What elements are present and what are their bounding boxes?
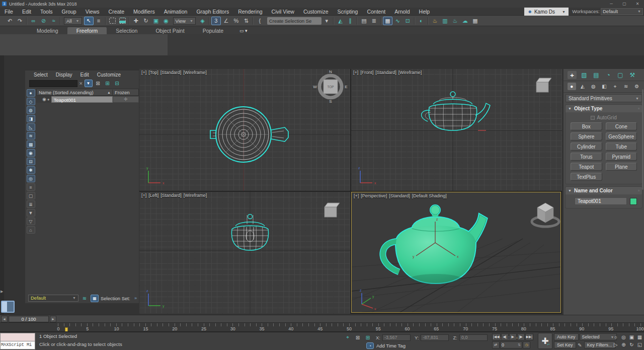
selection-filter-dropdown[interactable]: All▼ <box>64 17 82 25</box>
mirror-icon[interactable]: ◭ <box>336 17 345 25</box>
menu-item[interactable]: Views <box>81 8 104 16</box>
viewport-menu-shading[interactable]: [Wireframe] <box>398 70 422 75</box>
command-panel-scrollbar[interactable] <box>642 89 643 190</box>
primitive-button[interactable]: GeoSphere <box>606 132 637 141</box>
time-slider-handle[interactable]: 0 / 100 <box>9 316 49 322</box>
expand-all-icon[interactable]: ≡ <box>27 183 35 191</box>
display-bones-icon[interactable]: ◉ <box>27 149 35 157</box>
window-crossing-icon[interactable] <box>119 18 126 24</box>
menu-item[interactable]: Graph Editors <box>192 8 233 16</box>
menu-item[interactable]: Content <box>362 8 390 16</box>
viewport-menu-renderer[interactable]: [Standard] <box>160 193 182 198</box>
object-type-rollout-header[interactable]: ▼ Object Type ▫ <box>566 105 642 112</box>
menu-item[interactable]: Edit <box>18 8 36 16</box>
display-containers-icon[interactable]: ⊟ <box>27 158 35 165</box>
tab-hierarchy-icon[interactable]: ▤ <box>592 71 601 79</box>
next-frame-button[interactable]: |▶ <box>517 333 525 340</box>
filter-funnel-icon[interactable]: ▼ <box>85 80 93 87</box>
previous-frame-button[interactable]: ◀| <box>501 333 509 340</box>
bind-to-space-warp-icon[interactable]: ≈ <box>49 17 58 25</box>
orbit-icon[interactable]: ↻ <box>628 341 635 348</box>
previous-frame-button[interactable]: ◂ <box>1 316 8 322</box>
sync-selection-icon[interactable]: ▢ <box>27 192 35 199</box>
field-of-view-icon[interactable]: ▷ <box>612 341 619 348</box>
use-pivot-point-icon[interactable]: ◈ <box>198 17 207 25</box>
named-selection-set-field[interactable]: Create Selection Se <box>267 17 321 25</box>
menu-item[interactable]: Civil View <box>267 8 299 16</box>
category-systems-icon[interactable]: ⚙ <box>632 83 641 90</box>
viewport-layout-tab-icon[interactable] <box>1 301 15 313</box>
advanced-filter-icon[interactable]: ▽ <box>27 218 35 225</box>
redo-icon[interactable]: ↷ <box>15 17 25 25</box>
display-space-warps-icon[interactable]: ≋ <box>27 132 35 139</box>
flyout-arrow-icon[interactable]: ▾ <box>322 17 332 25</box>
next-frame-button[interactable]: ▸ <box>50 316 56 322</box>
explorer-search-input[interactable] <box>29 80 77 87</box>
clear-search-icon[interactable]: ✕ <box>79 81 83 86</box>
maximize-viewport-toggle-icon[interactable]: ◱ <box>636 341 643 348</box>
viewport-menu-shading[interactable]: [Wireframe] <box>184 193 207 198</box>
object-name-input[interactable]: Teapot001 <box>575 197 627 205</box>
maxscript-macro-field[interactable] <box>0 333 35 341</box>
primitive-button[interactable]: Teapot <box>571 163 602 171</box>
rectangular-selection-region-icon[interactable] <box>109 18 116 24</box>
perspective-canvas[interactable]: z x y z x y <box>352 192 560 312</box>
unlink-selection-icon[interactable]: ⊘ <box>39 17 48 25</box>
viewport-menu-shading[interactable]: [Wireframe] <box>183 70 207 75</box>
select-and-link-icon[interactable]: ∞ <box>29 17 38 25</box>
pan-icon[interactable]: ⊕ <box>620 341 627 348</box>
primitive-button[interactable]: Box <box>571 122 602 130</box>
select-by-name-icon[interactable]: ≡ <box>94 17 104 25</box>
display-shapes-icon[interactable]: ◇ <box>27 98 35 105</box>
viewport-menu-renderer[interactable]: [Standard] <box>160 70 182 75</box>
tab-create-icon[interactable]: ＋ <box>568 71 577 79</box>
maximize-button[interactable]: ▢ <box>618 2 631 6</box>
display-helpers-icon[interactable]: ◺ <box>27 123 35 131</box>
viewport-menu-renderer[interactable]: [Standard] <box>389 193 410 198</box>
render-in-cloud-icon[interactable]: ☁ <box>460 17 470 25</box>
menu-item[interactable]: Modifiers <box>129 8 159 16</box>
maxscript-label[interactable]: MAXScript Mi <box>0 341 35 349</box>
explorer-menu-item[interactable]: Customize <box>94 72 124 78</box>
primitive-button[interactable]: Plane <box>606 163 637 171</box>
selection-lock-icon[interactable]: ⊠ <box>354 334 362 341</box>
viewport-front[interactable]: [+] [Front] [Standard] [Wireframe] <box>351 69 562 191</box>
toggle-layer-explorer-icon[interactable]: ▤ <box>359 17 369 25</box>
category-shapes-icon[interactable]: ◭ <box>579 83 587 90</box>
zoom-all-icon[interactable]: ◎ <box>620 333 627 340</box>
ribbon-tab[interactable]: Modeling <box>28 27 67 34</box>
key-selection-dropdown[interactable]: Selected ▼ <box>580 333 617 340</box>
primitive-button[interactable]: Torus <box>571 153 602 161</box>
container-icon[interactable]: ⌂ <box>27 226 35 234</box>
reference-coordinate-system-dropdown[interactable]: View▼ <box>173 17 196 25</box>
filter-combinations-icon[interactable]: ▼ <box>27 209 35 217</box>
ribbon-tab[interactable]: Freeform <box>67 27 107 34</box>
viewport-menu-view[interactable]: [Left] <box>148 193 158 198</box>
select-and-scale-icon[interactable]: ▣ <box>151 17 161 25</box>
align-icon[interactable]: ∥ <box>346 17 355 25</box>
rendered-frame-window-icon[interactable]: ▥ <box>440 17 450 25</box>
menu-item[interactable]: Create <box>104 8 129 16</box>
render-production-icon[interactable]: ♨ <box>450 17 460 25</box>
category-cameras-icon[interactable]: ◧ <box>600 83 609 90</box>
x-coordinate-field[interactable]: -3,567 <box>382 334 411 341</box>
state-sets-icon[interactable]: ▦ <box>470 17 480 25</box>
lock-icon[interactable]: ⊠ <box>94 80 102 87</box>
close-button[interactable]: ✕ <box>631 2 644 6</box>
explorer-menu-item[interactable]: Display <box>52 72 76 78</box>
display-particle-systems-icon[interactable]: ▩ <box>27 141 35 148</box>
set-keys-button[interactable]: ✚⌐ <box>538 333 552 349</box>
select-and-rotate-icon[interactable]: ↻ <box>141 17 151 25</box>
maxscript-mini-listener[interactable]: MAXScript Mi <box>0 333 35 350</box>
menu-item[interactable]: Animation <box>159 8 192 16</box>
object-color-dot-icon[interactable]: ● <box>47 97 50 102</box>
explorer-menu-item[interactable]: Select <box>30 72 51 78</box>
viewport-menu-view[interactable]: [Perspective] <box>361 193 387 198</box>
time-tag-icon[interactable]: ◔ <box>366 342 374 349</box>
set-key-button[interactable]: Set Key <box>554 341 576 348</box>
go-to-end-button[interactable]: ▶▶| <box>525 333 534 340</box>
menu-item[interactable]: Scripting <box>333 8 363 16</box>
menu-item[interactable]: Arnold <box>390 8 414 16</box>
tab-modify-icon[interactable]: ▧ <box>580 71 589 79</box>
viewport-menu-renderer[interactable]: [Standard] <box>375 70 396 75</box>
